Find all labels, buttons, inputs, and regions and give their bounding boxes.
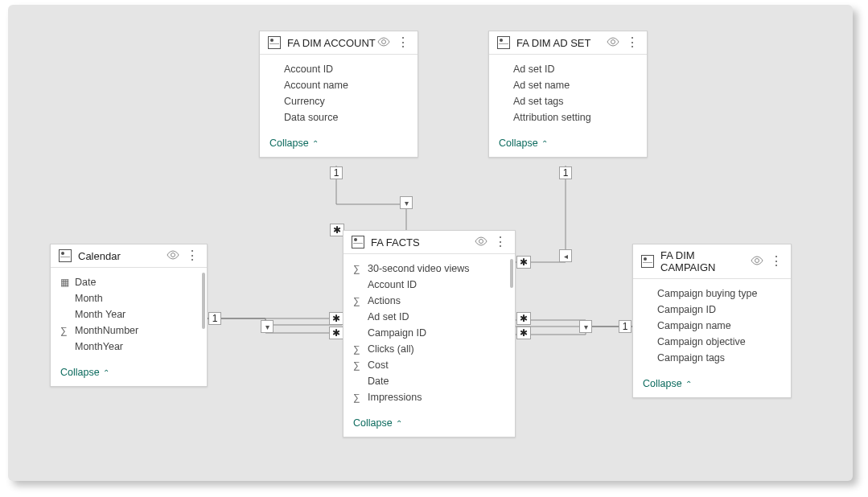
table-icon (497, 36, 510, 49)
card-header: FA DIM AD SET ⋮ (489, 31, 647, 55)
field-row[interactable]: Campaign ID (633, 302, 791, 318)
field-name: MonthNumber (75, 325, 199, 336)
field-row[interactable]: ∑Cost (343, 357, 515, 373)
field-row[interactable]: MonthYear (51, 339, 207, 355)
cardinality-facts-many-c1: ✱ (329, 312, 343, 325)
collapse-button[interactable]: Collapse ⌃ (269, 138, 319, 149)
direction-arrow-campaign: ▾ (579, 320, 592, 333)
table-icon (59, 249, 72, 262)
table-card-adset[interactable]: FA DIM AD SET ⋮ Ad set IDAd set nameAd s… (488, 31, 648, 158)
scrollbar-thumb[interactable] (510, 259, 513, 288)
cardinality-calendar-one: 1 (208, 312, 221, 325)
cardinality-facts-many-d2: ✱ (516, 327, 531, 339)
field-name: 30-second video views (368, 263, 507, 274)
table-icon (641, 255, 654, 268)
visibility-icon[interactable] (167, 250, 179, 262)
cardinality-facts-many-d1: ✱ (516, 312, 531, 325)
field-row[interactable]: Ad set name (489, 77, 647, 93)
cardinality-campaign-one: 1 (619, 320, 631, 333)
field-row[interactable]: Currency (260, 93, 418, 109)
table-card-campaign[interactable]: FA DIM CAMPAIGN ⋮ Campaign buying typeCa… (632, 244, 792, 398)
field-row[interactable]: Account ID (343, 277, 515, 293)
field-row[interactable]: ∑Clicks (all) (343, 341, 515, 357)
chevron-up-icon: ⌃ (103, 368, 109, 377)
field-name: Campaign ID (657, 304, 783, 315)
field-row[interactable]: Attribution setting (489, 109, 647, 125)
field-row[interactable]: Account name (260, 77, 418, 93)
field-name: Account name (284, 80, 409, 91)
field-row[interactable]: Month (51, 290, 207, 306)
more-options-icon[interactable]: ⋮ (494, 236, 507, 249)
visibility-icon[interactable] (607, 37, 619, 49)
field-row[interactable]: Ad set ID (489, 61, 647, 77)
field-name: Ad set name (513, 80, 639, 91)
field-row[interactable]: Campaign name (633, 318, 791, 334)
field-row[interactable]: ∑Impressions (343, 389, 515, 405)
cardinality-facts-many-b: ✱ (516, 256, 531, 269)
field-row[interactable]: Campaign ID (343, 325, 515, 341)
direction-arrow-calendar: ▾ (261, 320, 274, 333)
model-canvas[interactable]: 1 ▾ ✱ 1 ◂ ✱ 1 ▾ ✱ ✱ 1 ▾ ✱ ✱ FA DIM ACCOU… (8, 5, 853, 481)
visibility-icon[interactable] (377, 37, 390, 49)
field-name: Actions (368, 295, 507, 306)
field-row[interactable]: ∑30-second video views (343, 261, 515, 277)
collapse-label: Collapse (269, 138, 309, 149)
collapse-label: Collapse (353, 417, 393, 429)
sigma-icon: ∑ (353, 295, 368, 306)
field-row[interactable]: ∑MonthNumber (51, 322, 207, 339)
cardinality-account-one: 1 (330, 166, 343, 179)
chevron-up-icon: ⌃ (312, 139, 319, 148)
card-title: FA FACTS (371, 236, 475, 249)
collapse-label: Collapse (499, 138, 538, 149)
field-row[interactable]: Account ID (260, 61, 418, 77)
visibility-icon[interactable] (751, 256, 763, 268)
collapse-button[interactable]: Collapse ⌃ (499, 138, 548, 149)
visibility-icon[interactable] (475, 236, 487, 249)
field-row[interactable]: ∑Actions (343, 293, 515, 309)
field-row[interactable]: Ad set ID (343, 309, 515, 325)
field-name: Account ID (368, 279, 507, 290)
sigma-icon: ∑ (353, 263, 368, 274)
field-name: Month Year (75, 309, 199, 320)
table-card-calendar[interactable]: Calendar ⋮ ▦DateMonthMonth Year∑MonthNum… (50, 244, 208, 387)
date-icon: ▦ (60, 277, 75, 288)
cardinality-facts-many-c2: ✱ (329, 327, 343, 339)
card-body: Ad set IDAd set nameAd set tagsAttributi… (489, 55, 647, 132)
field-row[interactable]: Month Year (51, 306, 207, 322)
field-name: Data source (284, 112, 409, 123)
field-row[interactable]: Campaign buying type (633, 285, 791, 302)
more-options-icon[interactable]: ⋮ (397, 36, 409, 49)
field-row[interactable]: ▦Date (51, 274, 207, 290)
card-body: Account IDAccount nameCurrencyData sourc… (260, 55, 418, 132)
field-name: Impressions (368, 392, 507, 403)
field-name: Attribution setting (513, 112, 639, 123)
field-name: Campaign name (657, 320, 783, 331)
collapse-button[interactable]: Collapse ⌃ (643, 378, 692, 389)
more-options-icon[interactable]: ⋮ (626, 36, 639, 49)
field-name: Ad set ID (368, 311, 507, 322)
field-row[interactable]: Date (343, 373, 515, 389)
card-body: Campaign buying typeCampaign IDCampaign … (633, 279, 791, 372)
field-row[interactable]: Campaign tags (633, 350, 791, 366)
field-row[interactable]: Ad set tags (489, 93, 647, 109)
collapse-label: Collapse (60, 367, 100, 378)
field-name: Clicks (all) (368, 343, 507, 355)
more-options-icon[interactable]: ⋮ (770, 255, 783, 268)
sigma-icon: ∑ (353, 359, 368, 371)
field-name: Date (368, 376, 507, 387)
field-name: Month (75, 293, 199, 304)
collapse-button[interactable]: Collapse ⌃ (353, 417, 402, 429)
field-name: Campaign ID (368, 327, 507, 339)
sigma-icon: ∑ (60, 325, 75, 336)
scrollbar-thumb[interactable] (202, 273, 205, 329)
field-row[interactable]: Data source (260, 109, 418, 125)
card-title: FA DIM ACCOUNT (287, 37, 377, 49)
field-name: Ad set tags (513, 96, 639, 107)
table-card-account[interactable]: FA DIM ACCOUNT ⋮ Account IDAccount nameC… (259, 31, 418, 158)
more-options-icon[interactable]: ⋮ (186, 249, 199, 262)
field-name: Campaign objective (657, 336, 783, 347)
table-card-facts[interactable]: FA FACTS ⋮ ∑30-second video viewsAccount… (343, 230, 516, 437)
field-row[interactable]: Campaign objective (633, 334, 791, 350)
field-name: Account ID (284, 64, 409, 75)
collapse-button[interactable]: Collapse ⌃ (60, 367, 109, 378)
